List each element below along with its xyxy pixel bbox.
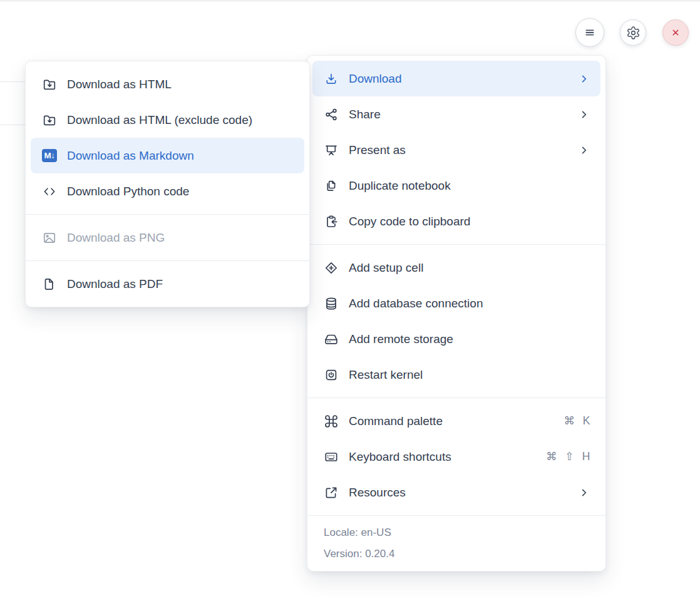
menu-item-label: Keyboard shortcuts xyxy=(349,450,451,464)
menu-item-label: Add remote storage xyxy=(349,332,453,346)
menu-item-label: Add database connection xyxy=(349,297,483,311)
close-button[interactable] xyxy=(662,19,689,46)
database-icon xyxy=(324,296,339,311)
menu-item-copy-code-to-clipboard[interactable]: Copy code to clipboard xyxy=(307,203,605,239)
menu-item-label: Command palette xyxy=(349,414,443,428)
menu-item-label: Restart kernel xyxy=(349,368,423,382)
menu-separator xyxy=(307,244,605,245)
menu-item-download-python-code[interactable]: Download Python code xyxy=(26,173,309,209)
close-icon xyxy=(669,26,682,39)
menu-button[interactable] xyxy=(575,18,604,47)
folder-download-icon xyxy=(42,77,57,92)
markdown-icon: M↓ xyxy=(42,148,57,163)
menu-item-download-as-pdf[interactable]: Download as PDF xyxy=(26,266,309,302)
shortcut-label: ⌘ ⇧ H xyxy=(546,450,590,463)
menu-item-label: Add setup cell xyxy=(349,261,423,275)
share-icon xyxy=(324,107,339,122)
presentation-icon xyxy=(324,143,339,158)
duplicate-icon xyxy=(324,178,339,193)
download-icon xyxy=(324,71,339,86)
menu-item-label: Download xyxy=(349,72,402,86)
menu-item-label: Duplicate notebook xyxy=(349,179,451,193)
menu-item-keyboard-shortcuts[interactable]: Keyboard shortcuts ⌘ ⇧ H xyxy=(307,439,605,475)
chevron-right-icon xyxy=(578,73,590,85)
menu-item-label: Download as Markdown xyxy=(67,149,194,163)
menu-item-download-as-html-exclude-code[interactable]: Download as HTML (exclude code) xyxy=(26,102,309,138)
menu-footer: Locale: en-US Version: 0.20.4 xyxy=(307,515,605,571)
file-icon xyxy=(42,277,57,292)
menu-item-label: Copy code to clipboard xyxy=(349,215,470,228)
code-icon xyxy=(42,184,57,199)
clipboard-import-icon xyxy=(324,214,339,229)
menu-item-restart-kernel[interactable]: Restart kernel xyxy=(307,357,605,393)
download-submenu: Download as HTML Download as HTML (exclu… xyxy=(25,61,310,307)
main-menu: Download Share Present as xyxy=(307,55,606,572)
menu-item-download[interactable]: Download xyxy=(312,61,600,96)
chevron-right-icon xyxy=(578,108,590,121)
version-label: Version: 0.20.4 xyxy=(324,543,589,565)
menu-item-label: Resources xyxy=(349,486,406,500)
hamburger-icon xyxy=(582,25,597,40)
menu-item-label: Share xyxy=(349,108,381,121)
menu-item-label: Download Python code xyxy=(67,185,189,198)
background-grid-line xyxy=(0,81,26,82)
menu-item-command-palette[interactable]: Command palette ⌘ K xyxy=(307,403,605,439)
menu-item-download-as-png: Download as PNG xyxy=(26,220,309,255)
folder-download-icon xyxy=(42,113,57,128)
locale-label: Locale: en-US xyxy=(324,522,589,543)
menu-item-label: Download as PNG xyxy=(67,231,165,245)
menu-separator xyxy=(26,214,309,215)
image-icon xyxy=(42,230,57,245)
top-divider xyxy=(0,1,700,1)
menu-separator xyxy=(26,260,309,261)
power-icon xyxy=(324,367,339,382)
menu-item-add-remote-storage[interactable]: Add remote storage xyxy=(307,321,605,357)
menu-item-present-as[interactable]: Present as xyxy=(307,132,605,168)
menu-item-resources[interactable]: Resources xyxy=(307,475,605,510)
menu-item-label: Download as HTML (exclude code) xyxy=(67,113,252,127)
menu-item-label: Download as HTML xyxy=(67,78,172,91)
chevron-right-icon xyxy=(578,144,590,157)
menu-item-download-as-markdown[interactable]: M↓ Download as Markdown xyxy=(31,138,304,173)
menu-separator xyxy=(307,398,605,398)
gear-icon xyxy=(626,26,641,40)
menu-item-download-as-html[interactable]: Download as HTML xyxy=(26,66,309,102)
menu-item-label: Present as xyxy=(349,143,406,157)
shortcut-label: ⌘ K xyxy=(564,414,590,428)
menu-item-duplicate-notebook[interactable]: Duplicate notebook xyxy=(307,168,605,203)
chevron-right-icon xyxy=(578,486,590,499)
menu-item-label: Download as PDF xyxy=(67,277,163,291)
diamond-plus-icon xyxy=(324,260,339,275)
external-link-icon xyxy=(324,485,339,500)
menu-item-add-setup-cell[interactable]: Add setup cell xyxy=(307,250,605,285)
hard-drive-icon xyxy=(324,332,339,347)
keyboard-icon xyxy=(324,449,339,465)
command-icon xyxy=(324,414,339,429)
menu-item-share[interactable]: Share xyxy=(307,96,605,132)
settings-button[interactable] xyxy=(620,19,646,46)
background-grid-line xyxy=(0,125,26,125)
menu-item-add-database-connection[interactable]: Add database connection xyxy=(307,285,605,321)
